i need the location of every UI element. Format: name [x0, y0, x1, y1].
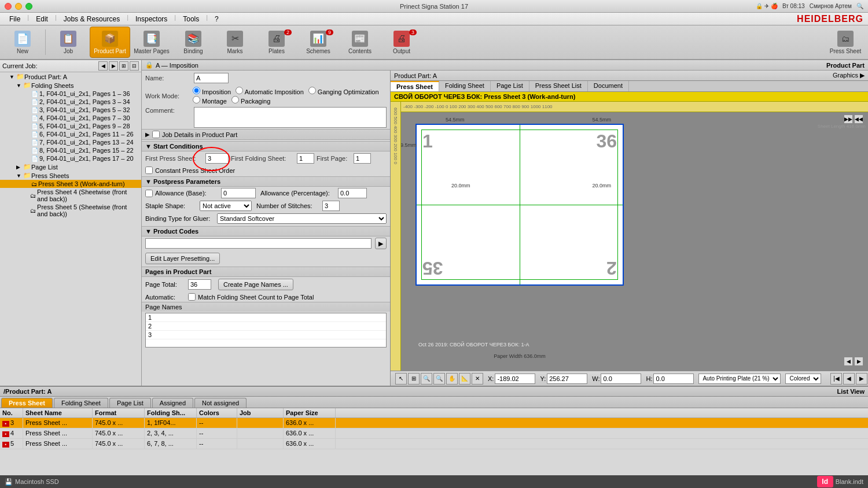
postpress-toggle[interactable]: ▼ — [145, 178, 153, 185]
first-folding-sheet-input[interactable] — [297, 153, 314, 164]
output-button[interactable]: 🖨 Output 3 — [381, 27, 422, 58]
first-press-sheet-input[interactable] — [205, 153, 229, 164]
close-button[interactable] — [5, 3, 12, 10]
table-row-3[interactable]: ▪3 Press Sheet ... 745.0 x ... 1, 1fF04.… — [0, 418, 868, 428]
preview-tab-press-sheet[interactable]: Press Sheet — [391, 81, 439, 91]
contents-button[interactable]: 📰 Contents — [340, 27, 380, 58]
page-name-1[interactable]: 1 — [146, 313, 386, 322]
tree-press-sheets[interactable]: ▼ 📁 Press Sheets — [0, 171, 141, 180]
toggle-product-part[interactable]: ▼ — [9, 74, 16, 80]
product-codes-toggle[interactable]: ▼ — [145, 228, 153, 235]
x-input[interactable] — [495, 374, 535, 384]
nav-first-button[interactable]: |◀ — [830, 373, 842, 385]
preview-tab-press-sheet-list[interactable]: Press Sheet List — [529, 81, 588, 91]
new-button[interactable]: 📄 New — [2, 27, 43, 58]
workmode-packaging[interactable]: Packaging — [231, 96, 270, 105]
tool-zoom-in-button[interactable]: 🔍 — [421, 373, 432, 385]
nav-back-button[interactable]: ◀ — [843, 373, 855, 385]
tree-item-7[interactable]: 📄 7, F04-01_ui_2x1, Pages 13 – 24 — [0, 138, 141, 146]
page-name-3[interactable]: 3 — [146, 331, 386, 339]
bottom-tab-press-sheet[interactable]: Press Sheet — [1, 398, 53, 408]
table-row-5[interactable]: ▪5 Press Sheet ... 745.0 x ... 6, 7, 8, … — [0, 439, 868, 449]
job-details-toggle[interactable]: ▶ — [145, 131, 150, 138]
tree-item-8[interactable]: 📄 8, F04-01_ui_2x1, Pages 15 – 22 — [0, 146, 141, 154]
page-total-input[interactable] — [188, 279, 211, 290]
schemes-button[interactable]: 📊 Schemes 9 — [298, 27, 339, 58]
tree-item-6[interactable]: 📄 6, F04-01_ui_2x1, Pages 11 – 26 — [0, 130, 141, 138]
tree-press-sheet-4[interactable]: 🗂 Press Sheet 4 (Sheetwise (front and ba… — [0, 188, 141, 203]
y-input[interactable] — [547, 374, 587, 384]
graphics-label[interactable]: Graphics ▶ — [833, 72, 865, 79]
menu-jobs[interactable]: Jobs & Resources — [59, 14, 124, 24]
bottom-tab-page-list[interactable]: Page List — [109, 398, 151, 408]
color-dropdown[interactable]: Colored — [785, 374, 821, 384]
tree-item-9[interactable]: 📄 9, F04-01_ui_2x1, Pages 17 – 20 — [0, 154, 141, 162]
w-input[interactable] — [601, 374, 641, 384]
tool-extra-button[interactable]: ✕ — [472, 373, 483, 385]
fullscreen-button[interactable] — [25, 3, 32, 10]
constant-press-checkbox[interactable] — [145, 167, 153, 174]
scroll-left-button[interactable]: ◀ — [844, 357, 853, 366]
menu-tools[interactable]: Tools — [178, 14, 204, 24]
allowance-base-input[interactable] — [221, 188, 256, 198]
master-pages-button[interactable]: 📑 Master Pages — [131, 27, 172, 58]
preview-tab-folding-sheet[interactable]: Folding Sheet — [439, 81, 491, 91]
tool-zoom-out-button[interactable]: 🔍 — [433, 373, 445, 385]
tree-product-part[interactable]: ▼ 📁 Product Part: A — [0, 72, 141, 81]
create-page-names-btn[interactable]: Create Page Names ... — [218, 279, 293, 290]
product-part-button[interactable]: 📦 Product Part — [90, 27, 130, 58]
tool-zoom-fit-button[interactable]: ⊞ — [408, 373, 420, 385]
allowance-pct-input[interactable] — [338, 188, 367, 198]
minimize-button[interactable] — [15, 3, 22, 10]
menu-edit[interactable]: Edit — [31, 14, 53, 24]
bottom-tab-folding-sheet[interactable]: Folding Sheet — [54, 398, 108, 408]
product-codes-btn[interactable]: ▶ — [375, 238, 387, 249]
product-codes-input[interactable] — [145, 238, 372, 249]
toggle-page-list[interactable]: ▶ — [16, 164, 23, 170]
edit-layer-button[interactable]: Edit Layer Presetting... — [145, 253, 220, 264]
tree-folding-sheets[interactable]: ▼ 📁 Folding Sheets — [0, 81, 141, 90]
tree-item-4[interactable]: 📄 4, F04-01_ui_2x1, Pages 7 – 30 — [0, 114, 141, 122]
list-view-label[interactable]: List View — [837, 388, 865, 395]
tree-item-5[interactable]: 📄 5, F04-01_ui_2x1, Pages 9 – 28 — [0, 122, 141, 130]
toggle-press-sheets[interactable]: ▼ — [16, 173, 23, 179]
preview-tab-page-list[interactable]: Page List — [491, 81, 529, 91]
tool-arrow-button[interactable]: ↖ — [395, 373, 407, 385]
tree-page-list[interactable]: ▶ 📁 Page List — [0, 162, 141, 171]
tree-item-2[interactable]: 📄 2, F04-01_ui_2x1, Pages 3 – 34 — [0, 98, 141, 106]
name-input[interactable] — [194, 73, 229, 83]
workmode-auto[interactable]: Automatic Imposition — [236, 87, 304, 95]
toggle-folding-sheets[interactable]: ▼ — [16, 83, 23, 88]
stitches-input[interactable] — [322, 201, 340, 211]
zoom-in-button[interactable]: ▶▶ — [844, 114, 853, 124]
sheet-canvas[interactable]: 1 36 35 2 54.5mm 54.5mm 109.5mm 20.0mm 2… — [401, 112, 868, 371]
traffic-lights[interactable] — [5, 3, 32, 10]
plates-button[interactable]: 🖨 Plates 2 — [256, 27, 297, 58]
start-conditions-toggle[interactable]: ▼ — [145, 143, 153, 150]
nav-collapse-button[interactable]: ⊟ — [130, 61, 139, 71]
workmode-imposition[interactable]: Imposition — [193, 87, 231, 95]
binding-select[interactable]: Standard Softcover — [217, 213, 387, 224]
bottom-tab-assigned[interactable]: Assigned — [152, 398, 193, 408]
tree-press-sheet-5[interactable]: 🗂 Press Sheet 5 (Sheetwise (front and ba… — [0, 203, 141, 218]
preview-tab-document[interactable]: Document — [588, 81, 629, 91]
zoom-out-button[interactable]: ◀◀ — [854, 114, 863, 124]
bottom-tab-not-assigned[interactable]: Not assigned — [194, 398, 247, 408]
workmode-ganging[interactable]: Ganging Optimization — [308, 87, 379, 95]
h-input[interactable] — [653, 374, 694, 384]
tool-measure-button[interactable]: 📐 — [459, 373, 470, 385]
table-row-4[interactable]: ▪4 Press Sheet ... 745.0 x ... 2, 3, 4, … — [0, 428, 868, 439]
allowance-checkbox[interactable] — [145, 190, 153, 197]
nav-expand-button[interactable]: ⊞ — [119, 61, 128, 71]
scroll-right-button[interactable]: ▶ — [854, 357, 863, 366]
first-page-input[interactable] — [354, 153, 371, 164]
nav-forward-button[interactable]: ▶ — [856, 373, 867, 385]
product-codes-section[interactable]: ▼ Product Codes — [142, 226, 390, 236]
start-conditions-section[interactable]: ▼ Start Conditions — [142, 141, 390, 151]
tree-item-3[interactable]: 📄 3, F04-01_ui_2x1, Pages 5 – 32 — [0, 106, 141, 114]
page-name-2[interactable]: 2 — [146, 322, 386, 331]
job-button[interactable]: 📋 Job — [48, 27, 89, 58]
marks-button[interactable]: ✂ Marks — [215, 27, 255, 58]
postpress-section[interactable]: ▼ Postpress Parameters — [142, 176, 390, 187]
tree-item-1[interactable]: 📄 1, F04-01_ui_2x1, Pages 1 – 36 — [0, 90, 141, 98]
